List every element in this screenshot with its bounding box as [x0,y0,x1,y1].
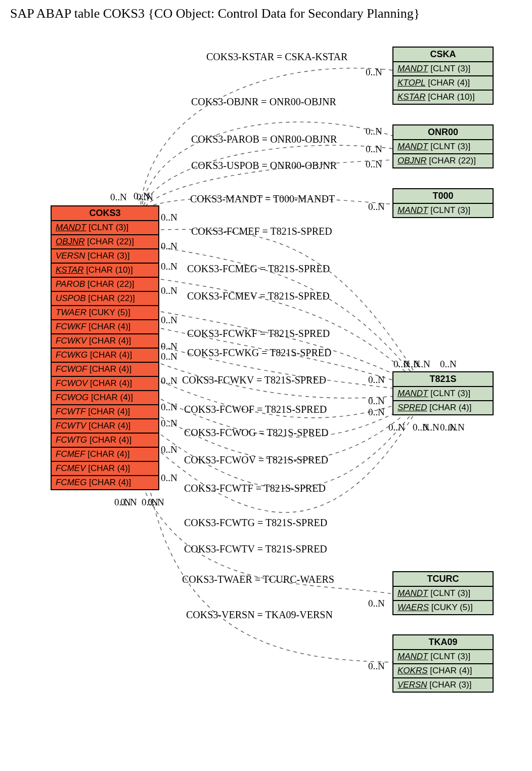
field-name: MANDT [397,64,428,73]
rel-label: COKS3-USPOB = ONR00-OBJNR [191,160,337,172]
entity-field-row: FCMEV [CHAR (4)] [52,462,158,476]
cardinality: 0..N [161,261,178,272]
entity-field-row: FCMEF [CHAR (4)] [52,448,158,462]
field-name: KTOPL [397,78,425,88]
rel-label: COKS3-FCWOV = T821S-SPRED [184,454,328,466]
rel-label: COKS3-FCWKF = T821S-SPRED [187,328,330,339]
entity-field-row: OBJNR [CHAR (22)] [393,154,493,167]
field-name: KSTAR [56,265,83,275]
cardinality: 0..N [366,126,382,137]
entity-onr00: ONR00 MANDT [CLNT (3)]OBJNR [CHAR (22)] [392,124,494,168]
entity-field-row: OBJNR [CHAR (22)] [52,235,158,249]
cardinality: 0..N [161,341,178,352]
cardinality: 0..N [161,315,178,326]
field-type: [CLNT (3)] [86,223,128,232]
page-title: SAP ABAP table COKS3 {CO Object: Control… [10,6,528,21]
cardinality: 0..N [161,418,178,429]
cardinality: 0..N [448,422,465,433]
rel-label: COKS3-FCMEG = T821S-SPRED [187,263,330,275]
entity-field-row: VERSN [CHAR (3)] [393,678,493,692]
entity-field-row: MANDT [CLNT (3)] [393,650,493,664]
entity-field-row: FCWKV [CHAR (4)] [52,334,158,349]
rel-label: COKS3-FCMEV = T821S-SPRED [187,290,330,302]
field-name: FCWKF [56,322,86,331]
field-type: [CHAR (4)] [86,421,130,431]
field-name: MANDT [397,142,428,151]
cardinality: 0..N [161,212,178,223]
rel-label: COKS3-FCWOG = T821S-SPRED [184,427,328,439]
field-type: [CHAR (4)] [425,78,470,88]
cardinality: 0..N [110,192,127,203]
cardinality: 0..N [161,285,178,296]
field-type: [CLNT (3)] [428,205,470,215]
field-type: [CHAR (10)] [83,265,132,275]
entity-field-row: TWAER [CUKY (5)] [52,306,158,320]
cardinality: 0..N [161,444,178,455]
entity-t000: T000 MANDT [CLNT (3)] [392,188,494,218]
entity-onr00-header: ONR00 [393,125,493,140]
field-type: [CHAR (22)] [86,293,135,303]
field-name: MANDT [397,588,428,598]
field-name: FCWTG [56,435,87,445]
entity-field-row: MANDT [CLNT (3)] [52,221,158,235]
entity-field-row: WAERS [CUKY (5)] [393,601,493,614]
field-name: TWAER [56,308,86,317]
field-type: [CHAR (22)] [85,279,134,289]
entity-tka09: TKA09 MANDT [CLNT (3)]KOKRS [CHAR (4)]VE… [392,634,494,693]
entity-coks3-header: COKS3 [52,206,158,221]
field-type: [CHAR (3)] [427,680,472,690]
entity-t821s: T821S MANDT [CLNT (3)]SPRED [CHAR (4)] [392,371,494,415]
rel-label: COKS3-TWAER = TCURC-WAERS [182,574,334,585]
field-name: FCWTV [56,421,86,431]
cardinality: 0..N [161,473,178,484]
cardinality: 0..N [368,201,385,212]
field-type: [CLNT (3)] [428,389,470,398]
field-type: [CUKY (5)] [86,308,130,317]
entity-tka09-header: TKA09 [393,635,493,650]
field-name: WAERS [397,603,429,612]
cardinality: 0..N [423,422,439,433]
entity-field-row: KOKRS [CHAR (4)] [393,664,493,678]
field-type: [CHAR (4)] [85,407,130,416]
field-type: [CHAR (4)] [427,403,472,412]
entity-field-row: KTOPL [CHAR (4)] [393,76,493,91]
field-type: [CLNT (3)] [428,588,470,598]
field-name: USPOB [56,293,86,303]
entity-field-row: KSTAR [CHAR (10)] [52,264,158,278]
entity-field-row: SPRED [CHAR (4)] [393,401,493,414]
field-type: [CHAR (4)] [87,378,132,388]
cardinality: 0..N [120,497,137,508]
cardinality: 0..N [368,407,385,418]
entity-field-row: MANDT [CLNT (3)] [393,387,493,401]
cardinality: 0..N [366,144,382,155]
field-type: [CHAR (4)] [87,435,131,445]
field-type: [CHAR (4)] [428,666,472,675]
field-type: [CHAR (4)] [86,478,131,487]
rel-label: COKS3-VERSN = TKA09-VERSN [186,609,333,621]
entity-cska-header: CSKA [393,48,493,62]
field-type: [CLNT (3)] [428,64,470,73]
field-name: VERSN [397,680,427,690]
rel-label: COKS3-FCWKV = T821S-SPRED [182,374,326,386]
field-name: PAROB [56,279,85,289]
entity-field-row: MANDT [CLNT (3)] [393,62,493,76]
rel-label: COKS3-OBJNR = ONR00-OBJNR [191,96,336,108]
rel-label: COKS3-FCWTG = T821S-SPRED [184,517,327,529]
entity-cska: CSKA MANDT [CLNT (3)]KTOPL [CHAR (4)]KST… [392,47,494,105]
entity-field-row: FCWOG [CHAR (4)] [52,391,158,405]
field-name: FCWOV [56,378,87,388]
field-type: [CHAR (3)] [85,251,130,261]
field-name: FCWTF [56,407,85,416]
field-type: [CUKY (5)] [429,603,473,612]
entity-field-row: MANDT [CLNT (3)] [393,587,493,601]
field-type: [CHAR (22)] [85,237,134,246]
rel-label: COKS3-FCMEF = T821S-SPRED [191,226,332,237]
field-name: FCMEV [56,463,86,473]
entity-field-row: FCWTG [CHAR (4)] [52,434,158,448]
rel-label: COKS3-KSTAR = CSKA-KSTAR [206,51,347,63]
field-name: OBJNR [397,156,427,165]
entity-field-row: FCWTF [CHAR (4)] [52,405,158,419]
cardinality: 0..N [161,351,178,362]
rel-label: COKS3-FCWTF = T821S-SPRED [184,483,326,494]
entity-field-row: FCWOF [CHAR (4)] [52,363,158,377]
